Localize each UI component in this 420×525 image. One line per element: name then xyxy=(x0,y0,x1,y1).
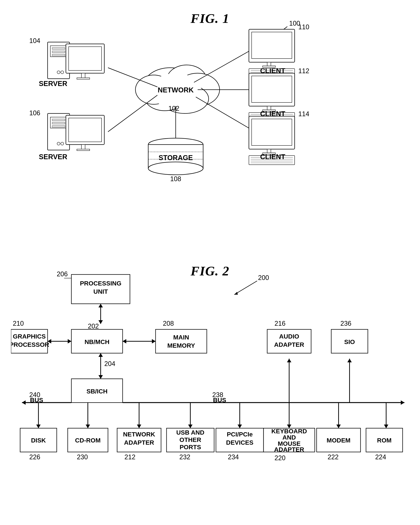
svg-text:DEVICES: DEVICES xyxy=(226,439,253,446)
svg-marker-121 xyxy=(287,359,291,362)
svg-text:230: 230 xyxy=(77,453,88,461)
svg-text:NETWORK: NETWORK xyxy=(123,431,155,438)
svg-rect-27 xyxy=(77,78,90,79)
svg-rect-31 xyxy=(52,119,65,121)
svg-text:BUS: BUS xyxy=(213,396,226,403)
svg-text:216: 216 xyxy=(274,320,286,327)
svg-line-79 xyxy=(234,281,257,295)
svg-marker-144 xyxy=(336,424,341,428)
svg-text:204: 204 xyxy=(104,360,115,367)
svg-marker-140 xyxy=(238,424,242,428)
svg-text:234: 234 xyxy=(228,453,239,461)
svg-point-43 xyxy=(148,162,203,175)
svg-text:222: 222 xyxy=(327,453,339,461)
server2 xyxy=(47,113,104,150)
svg-rect-25 xyxy=(69,47,102,70)
svg-marker-138 xyxy=(188,424,193,428)
svg-text:PROCESSOR: PROCESSOR xyxy=(11,341,49,348)
svg-text:224: 224 xyxy=(375,453,386,461)
svg-marker-146 xyxy=(384,424,388,428)
svg-rect-38 xyxy=(81,145,85,149)
svg-text:236: 236 xyxy=(340,320,351,327)
svg-text:106: 106 xyxy=(29,109,40,117)
svg-text:PORTS: PORTS xyxy=(179,444,201,450)
svg-marker-127 xyxy=(347,359,352,362)
svg-text:210: 210 xyxy=(13,320,24,327)
svg-text:232: 232 xyxy=(179,453,190,461)
fig2-diagram: 200 PROCESSING UNIT 206 202 NB/MCH xyxy=(11,263,409,525)
svg-marker-93 xyxy=(152,339,156,344)
svg-text:ADAPTER: ADAPTER xyxy=(274,446,304,453)
svg-text:UNIT: UNIT xyxy=(93,288,108,295)
svg-rect-50 xyxy=(267,62,271,66)
svg-text:202: 202 xyxy=(88,322,99,330)
svg-text:220: 220 xyxy=(274,454,286,462)
svg-text:SIO: SIO xyxy=(344,338,355,345)
storage: STORAGE xyxy=(148,138,203,175)
svg-text:226: 226 xyxy=(29,453,40,461)
svg-text:114: 114 xyxy=(298,110,309,118)
svg-text:ADAPTER: ADAPTER xyxy=(124,439,154,446)
svg-marker-94 xyxy=(123,339,126,344)
fig1-section: FIG. 1 100 NETWORK 102 xyxy=(11,11,409,249)
svg-text:MAIN: MAIN xyxy=(173,334,189,341)
svg-marker-87 xyxy=(98,320,103,324)
svg-text:STORAGE: STORAGE xyxy=(159,154,193,162)
svg-text:208: 208 xyxy=(163,320,174,327)
svg-text:ROM: ROM xyxy=(377,437,392,444)
svg-text:CD-ROM: CD-ROM xyxy=(75,437,101,444)
svg-marker-88 xyxy=(98,304,103,307)
svg-marker-136 xyxy=(137,424,141,428)
page: FIG. 1 100 NETWORK 102 xyxy=(0,0,420,525)
svg-text:200: 200 xyxy=(258,274,269,281)
svg-marker-108 xyxy=(98,353,103,357)
svg-text:108: 108 xyxy=(170,175,181,183)
svg-text:KEYBOARD: KEYBOARD xyxy=(271,428,307,435)
fig2-section: FIG. 2 200 PROCESSING UNIT 206 202 NB/MC… xyxy=(11,263,409,279)
svg-marker-132 xyxy=(36,424,41,428)
svg-rect-33 xyxy=(52,126,65,127)
svg-rect-26 xyxy=(81,73,85,78)
svg-text:MODEM: MODEM xyxy=(327,437,350,444)
svg-text:PROCESSING: PROCESSING xyxy=(80,280,121,287)
svg-text:104: 104 xyxy=(29,37,40,45)
svg-text:USB AND: USB AND xyxy=(176,429,205,436)
svg-text:206: 206 xyxy=(57,270,68,278)
server1 xyxy=(47,42,104,79)
fig1-diagram: 100 NETWORK 102 xyxy=(11,11,409,227)
svg-text:102: 102 xyxy=(168,105,179,112)
svg-point-23 xyxy=(61,71,64,74)
svg-text:ADAPTER: ADAPTER xyxy=(274,341,304,348)
svg-rect-32 xyxy=(52,122,65,124)
svg-rect-20 xyxy=(52,51,65,53)
svg-rect-60 xyxy=(267,106,271,110)
svg-point-22 xyxy=(57,71,60,74)
svg-text:GRAPHICS: GRAPHICS xyxy=(13,333,46,340)
svg-text:AUDIO: AUDIO xyxy=(279,333,299,340)
svg-text:AND: AND xyxy=(282,434,296,441)
svg-line-14 xyxy=(194,51,249,82)
svg-line-16 xyxy=(196,97,249,128)
svg-text:NB/MCH: NB/MCH xyxy=(84,338,109,345)
svg-rect-37 xyxy=(69,118,102,142)
svg-point-35 xyxy=(61,142,64,145)
svg-text:MEMORY: MEMORY xyxy=(167,342,195,349)
svg-line-12 xyxy=(108,95,157,132)
svg-rect-21 xyxy=(52,54,65,56)
svg-text:DISK: DISK xyxy=(31,437,46,444)
svg-text:112: 112 xyxy=(298,67,309,75)
svg-marker-117 xyxy=(401,400,404,405)
server1-label: SERVER xyxy=(39,80,67,87)
svg-marker-80 xyxy=(234,292,238,295)
network-label: NETWORK xyxy=(158,86,194,94)
svg-marker-113 xyxy=(22,400,26,405)
svg-marker-134 xyxy=(86,424,90,428)
svg-rect-39 xyxy=(77,149,90,150)
svg-text:OTHER: OTHER xyxy=(179,436,201,443)
client3-label: CLIENT xyxy=(260,153,285,161)
svg-text:110: 110 xyxy=(298,23,309,31)
svg-rect-69 xyxy=(252,119,292,145)
svg-point-34 xyxy=(57,142,60,145)
svg-rect-70 xyxy=(267,149,271,153)
server2-label: SERVER xyxy=(39,153,67,161)
